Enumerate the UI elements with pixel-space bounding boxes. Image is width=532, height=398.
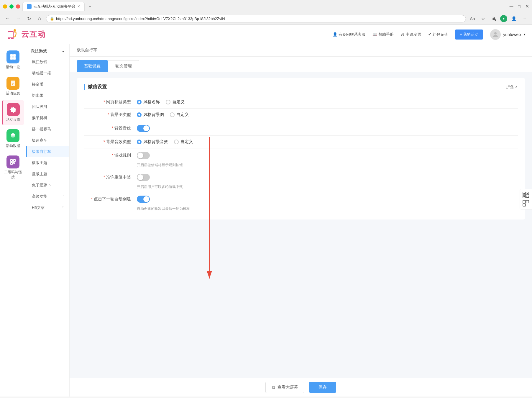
view-big-screen-button[interactable]: 🖥 查看大屏幕 [265,382,304,393]
sub-sidebar-item-7[interactable]: 极速赛车 [26,135,69,146]
sub-sidebar-item-2[interactable]: 接金币 [26,79,69,90]
extension2-icon[interactable]: ● [500,15,507,22]
sub-sidebar-item-12[interactable]: 高级功能 › [26,191,69,202]
advanced-arrow-icon: › [63,194,63,199]
back-button[interactable]: ← [4,14,12,23]
save-button[interactable]: 保存 [309,382,336,393]
sidebar-item-data[interactable]: 活动数据 [2,126,24,151]
bg-type-radio-group: 风格背景图 自定义 [137,112,189,117]
sub-sidebar-item-6[interactable]: 摇一摇赛马 [26,124,69,135]
audio-type-style-option[interactable]: 风格背景音效 [137,139,168,145]
breadcrumb: 极限自行车 [70,44,532,57]
radio-unchecked-bg-icon [170,112,175,117]
doc-icon [6,77,19,90]
reload-button[interactable]: ↻ [25,14,33,23]
sub-sidebar-item-1[interactable]: 动感摇一摇 [26,68,69,79]
sub-sidebar-item-9[interactable]: 横版主题 [26,157,69,168]
bg-type-custom-option[interactable]: 自定义 [170,112,189,117]
recharge-link[interactable]: ✔ 红包充值 [428,32,448,37]
my-activities-button[interactable]: ≡ 我的活动 [455,30,483,40]
sidebar-item-qrcode[interactable]: 二维码与链接 [2,153,24,183]
form-row-game-rules: 游戏规则 [84,148,518,163]
title-type-custom-label: 自定义 [172,99,185,105]
main-scroll-area: 微信设置 折叠 ∧ 网页标题类型 [70,72,532,378]
sub-sidebar-group-header[interactable]: 竞技游戏 ▼ [26,46,69,56]
radio-unchecked-audio-icon [174,140,179,144]
tab-close-button[interactable]: ✕ [77,4,80,9]
sidebar-activities-label: 活动一览 [6,65,20,70]
form-row-audio-type: 背景音效类型 风格背景音效 自定义 [84,136,518,148]
tabs-container: 基础设置 轮次管理 [70,57,532,72]
tab-basic-settings[interactable]: 基础设置 [77,60,108,72]
svg-rect-30 [523,196,525,197]
sidebar-item-settings[interactable]: 活动设置 [2,100,24,125]
favorites-icon[interactable]: ☆ [479,14,487,23]
lock-icon: 🔒 [50,17,54,21]
auto-create-label: 点击下一轮自动创建 [84,196,131,202]
close-window-button[interactable] [16,4,20,9]
sub-sidebar-item-0[interactable]: 疯狂数钱 [26,56,69,68]
active-tab[interactable]: 云互动现场互动服务平台 ✕ [22,2,85,11]
bg-type-style-label: 风格背景图 [143,112,164,117]
extension-icon[interactable]: 🔌 [490,14,498,23]
bg-type-custom-label: 自定义 [176,112,189,117]
auto-create-toggle[interactable] [137,196,150,203]
minimize-icon[interactable]: ─ [510,3,513,9]
scan-icon [522,200,529,207]
bg-type-label: 背景图类型 [84,112,131,117]
svg-rect-20 [11,163,12,164]
sub-sidebar-item-3[interactable]: 切水果 [26,90,69,101]
sidebar-item-activities[interactable]: 活动一览 [2,48,24,73]
browser-chrome: 云互动现场互动服务平台 ✕ + ─ □ ✕ ← → ↻ ⌂ 🔒 https://… [0,0,532,25]
svg-point-4 [14,29,16,32]
tab-round-management[interactable]: 轮次管理 [108,60,139,72]
minimize-button[interactable] [3,4,7,9]
radio-checked-audio-icon [137,140,142,144]
reader-mode-icon[interactable]: Aa [468,14,477,23]
sub-sidebar-item-13[interactable]: H5文章 › [26,202,69,213]
title-type-style-option[interactable]: 风格名称 [137,99,160,105]
home-button[interactable]: ⌂ [35,14,44,23]
tab-favicon [27,4,32,9]
grid-icon [6,50,19,63]
repeat-win-control [137,174,518,181]
forward-button[interactable]: → [14,14,22,23]
user-info[interactable]: yuntuweb ▼ [490,29,526,40]
sidebar-info-label: 活动信息 [6,91,20,96]
profile-icon[interactable]: 👤 [510,14,518,23]
audio-type-custom-option[interactable]: 自定义 [174,139,193,145]
title-type-style-label: 风格名称 [143,99,160,105]
restore-icon[interactable]: □ [518,4,520,9]
qr-float-button[interactable] [520,189,532,209]
invoice-link[interactable]: 🖨 申请发票 [401,32,421,37]
svg-rect-9 [13,57,16,60]
new-tab-button[interactable]: + [86,3,93,10]
fold-label: 折叠 [506,84,514,90]
close-icon[interactable]: ✕ [525,4,529,9]
sub-sidebar-item-8[interactable]: 极限自行车 [26,146,69,157]
game-rules-toggle[interactable] [137,152,150,159]
help-manual-link[interactable]: 📖 帮助手册 [372,32,394,37]
sub-sidebar-item-4[interactable]: 团队拔河 [26,101,69,112]
contact-service-link[interactable]: 👤 有疑问联系客服 [333,32,365,37]
address-bar[interactable]: 🔒 https://hd.yunhudong.cn/hdmanage/confi… [46,15,466,22]
bg-type-control: 风格背景图 自定义 [137,112,518,117]
bg-audio-toggle[interactable] [137,125,150,132]
app-header: 云互动 👤 有疑问联系客服 📖 帮助手册 🖨 申请发票 ✔ 红包充值 ≡ 我的活… [0,25,532,44]
sidebar-item-info[interactable]: 活动信息 [2,74,24,99]
sidebar-data-label: 活动数据 [6,143,20,148]
radio-unchecked-icon [166,100,170,104]
sub-sidebar: 竞技游戏 ▼ 疯狂数钱 动感摇一摇 接金币 切水果 团队拔河 猴子爬树 摇一摇赛… [26,44,70,397]
sub-sidebar-item-5[interactable]: 猴子爬树 [26,112,69,124]
sub-sidebar-item-11[interactable]: 兔子爱萝卜 [26,180,69,191]
title-type-custom-option[interactable]: 自定义 [166,99,185,105]
repeat-win-toggle[interactable] [137,174,150,181]
view-big-screen-label: 查看大屏幕 [278,385,298,390]
db-icon [6,129,19,142]
sub-sidebar-item-10[interactable]: 竖版主题 [26,168,69,180]
maximize-button[interactable] [9,4,14,9]
bg-audio-label: 背景音效 [84,126,131,131]
more-options-icon[interactable]: ··· [520,14,528,23]
fold-button[interactable]: 折叠 ∧ [506,84,518,90]
bg-type-style-option[interactable]: 风格背景图 [137,112,164,117]
